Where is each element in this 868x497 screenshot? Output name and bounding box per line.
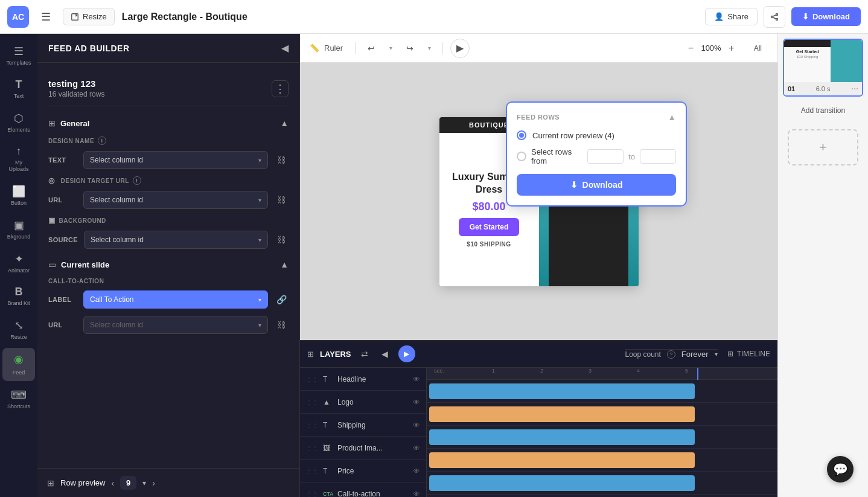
sidebar-item-text[interactable]: T Text bbox=[2, 74, 35, 104]
current-slide-toggle[interactable]: ▲ bbox=[280, 260, 289, 269]
panel-collapse-button[interactable]: ◀ bbox=[281, 42, 289, 54]
sidebar-item-background[interactable]: ▣ Bkground bbox=[2, 214, 35, 245]
hamburger-button[interactable]: ☰ bbox=[36, 7, 56, 27]
sidebar-item-animator[interactable]: ✦ Animator bbox=[2, 248, 35, 279]
background-label: ▣ BACKGROUND bbox=[48, 216, 289, 225]
sidebar-item-button[interactable]: ⬜ Button bbox=[2, 180, 35, 211]
visibility-toggle-logo[interactable]: 👁 bbox=[413, 398, 420, 406]
cta-url-unlink-button[interactable]: ⛓ bbox=[274, 318, 289, 332]
layer-row-logo[interactable]: ⋮⋮ ▲ Logo 👁 bbox=[300, 391, 426, 414]
playhead[interactable] bbox=[697, 368, 698, 380]
text-layer-icon-3: T bbox=[323, 467, 333, 475]
undo-dropdown[interactable]: ▾ bbox=[385, 40, 397, 57]
url-unlink-button[interactable]: ⛓ bbox=[274, 193, 289, 207]
cta-link-button[interactable]: 🔗 bbox=[274, 292, 289, 307]
project-info: testing 123 16 validated rows ⋮ bbox=[48, 71, 289, 106]
resize-button[interactable]: Resize bbox=[63, 8, 115, 25]
all-button[interactable]: All bbox=[748, 42, 768, 55]
shortcuts-icon: ⌨ bbox=[11, 388, 27, 402]
sidebar-item-uploads[interactable]: ↑ My Uploads bbox=[2, 140, 35, 178]
download-button[interactable]: ⬇ Download bbox=[791, 7, 861, 26]
track-bar-product[interactable] bbox=[429, 452, 695, 468]
zoom-in-button[interactable]: + bbox=[725, 42, 738, 55]
sidebar-item-templates[interactable]: ☰ Templates bbox=[2, 40, 35, 71]
chevron-down-icon: ▾ bbox=[258, 237, 261, 243]
track-bar-headline[interactable] bbox=[429, 383, 695, 399]
track-bar-shipping[interactable] bbox=[429, 429, 695, 445]
frame-info: 01 6.0 s ⋯ bbox=[784, 82, 862, 95]
zoom-out-button[interactable]: − bbox=[684, 42, 697, 55]
visibility-toggle-headline[interactable]: 👁 bbox=[413, 375, 420, 383]
loop-count-label: Loop count bbox=[625, 350, 660, 359]
redo-button[interactable]: ↪ bbox=[401, 40, 418, 57]
undo-button[interactable]: ↩ bbox=[363, 40, 380, 57]
track-bar-logo[interactable] bbox=[429, 406, 695, 422]
url-label: URL bbox=[48, 196, 77, 204]
design-name-info-icon[interactable]: i bbox=[98, 136, 106, 145]
ad-cta-button[interactable]: Get Started bbox=[459, 218, 520, 236]
radio-dot bbox=[519, 133, 524, 138]
current-slide-header: ▭ Current slide ▲ bbox=[48, 260, 289, 269]
rows-from-input[interactable] bbox=[587, 149, 624, 164]
row-next-button[interactable]: › bbox=[152, 478, 155, 488]
background-unlink-button[interactable]: ⛓ bbox=[274, 232, 289, 247]
visibility-toggle-cta[interactable]: 👁 bbox=[413, 490, 420, 498]
sidebar-item-elements[interactable]: ⬡ Elements bbox=[2, 107, 35, 138]
sidebar-item-resize[interactable]: ⤡ Resize bbox=[2, 314, 35, 345]
layer-row-headline[interactable]: ⋮⋮ T Headline 👁 bbox=[300, 368, 426, 391]
select-rows-radio[interactable] bbox=[517, 152, 526, 161]
cta-label-select[interactable]: Call To Action ▾ bbox=[83, 290, 268, 309]
drag-handle-icon: ⋮⋮ bbox=[306, 467, 318, 474]
track-bar-price[interactable] bbox=[429, 475, 695, 491]
layer-name-price: Price bbox=[337, 467, 408, 475]
row-prev-button[interactable]: ‹ bbox=[111, 478, 114, 488]
rows-to-input[interactable] bbox=[640, 149, 676, 164]
canvas-area: 📏 Ruler ↩ ▾ ↪ ▾ ▶ − 100% + All bbox=[300, 34, 777, 340]
background-source-select[interactable]: Select column id ▾ bbox=[84, 231, 268, 249]
share-button[interactable]: 👤 Share bbox=[705, 8, 758, 25]
svg-point-3 bbox=[776, 18, 777, 20]
sidebar-item-brandkit[interactable]: B Brand Kit bbox=[2, 281, 35, 312]
design-name-text-select[interactable]: Select column id ▾ bbox=[83, 151, 268, 169]
design-name-unlink-button[interactable]: ⛓ bbox=[274, 153, 289, 167]
layer-row-shipping[interactable]: ⋮⋮ T Shipping 👁 bbox=[300, 414, 426, 437]
layer-row-price[interactable]: ⋮⋮ T Price 👁 bbox=[300, 460, 426, 483]
target-url-info-icon[interactable]: i bbox=[133, 176, 141, 185]
play-button[interactable]: ▶ bbox=[450, 39, 470, 58]
animator-icon: ✦ bbox=[14, 252, 24, 266]
sidebar-item-feed[interactable]: ◉ Feed bbox=[2, 348, 35, 381]
url-select[interactable]: Select column id ▾ bbox=[83, 191, 268, 209]
timeline-sync-button[interactable]: ⇄ bbox=[357, 347, 372, 361]
project-more-button[interactable]: ⋮ bbox=[272, 80, 289, 97]
layer-row-product-image[interactable]: ⋮⋮ 🖼 Product Ima... 👁 bbox=[300, 437, 426, 460]
visibility-toggle-price[interactable]: 👁 bbox=[413, 467, 420, 475]
timeline-icon: ⊞ bbox=[727, 350, 733, 358]
zoom-controls: − 100% + bbox=[684, 42, 738, 55]
visibility-toggle-product[interactable]: 👁 bbox=[413, 444, 420, 452]
general-toggle[interactable]: ▲ bbox=[280, 118, 289, 128]
timeline-back-button[interactable]: ◀ bbox=[378, 347, 392, 361]
visibility-toggle-shipping[interactable]: 👁 bbox=[413, 421, 420, 429]
design-target-url-label: ◎ DESIGN TARGET URL i bbox=[48, 176, 289, 185]
row-dropdown-arrow[interactable]: ▾ bbox=[142, 479, 146, 487]
timeline-panel-label[interactable]: ⊞ TIMELINE bbox=[727, 350, 770, 358]
redo-dropdown[interactable]: ▾ bbox=[423, 40, 435, 57]
popup-close-button[interactable]: ▲ bbox=[668, 112, 676, 122]
frame-thumbnail[interactable]: Get Started $10 Shipping 01 6.0 s ⋯ bbox=[783, 39, 863, 97]
share-link-button[interactable] bbox=[764, 6, 785, 28]
current-row-radio[interactable] bbox=[517, 130, 526, 140]
timeline-play-button[interactable]: ▶ bbox=[398, 345, 415, 362]
chat-bubble-button[interactable]: 💬 bbox=[827, 456, 854, 483]
popup-download-button[interactable]: ⬇ Download bbox=[517, 174, 676, 196]
text-icon: T bbox=[16, 79, 22, 91]
sidebar-item-shortcuts[interactable]: ⌨ Shortcuts bbox=[2, 383, 35, 415]
layer-row-cta[interactable]: ⋮⋮ CTA Call-to-action 👁 bbox=[300, 483, 426, 497]
add-transition-button[interactable]: Add transition bbox=[778, 101, 868, 120]
layers-column: ⋮⋮ T Headline 👁 ⋮⋮ ▲ Logo 👁 ⋮⋮ T S bbox=[300, 368, 427, 497]
cta-url-select[interactable]: Select column id ▾ bbox=[83, 316, 268, 334]
frame-options-icon[interactable]: ⋯ bbox=[851, 85, 858, 93]
time-mark-1: 1 bbox=[492, 368, 495, 374]
loop-dropdown-arrow[interactable]: ▾ bbox=[715, 351, 718, 358]
add-frame-button[interactable]: + bbox=[788, 129, 858, 165]
loop-info-icon[interactable]: ? bbox=[667, 350, 675, 359]
